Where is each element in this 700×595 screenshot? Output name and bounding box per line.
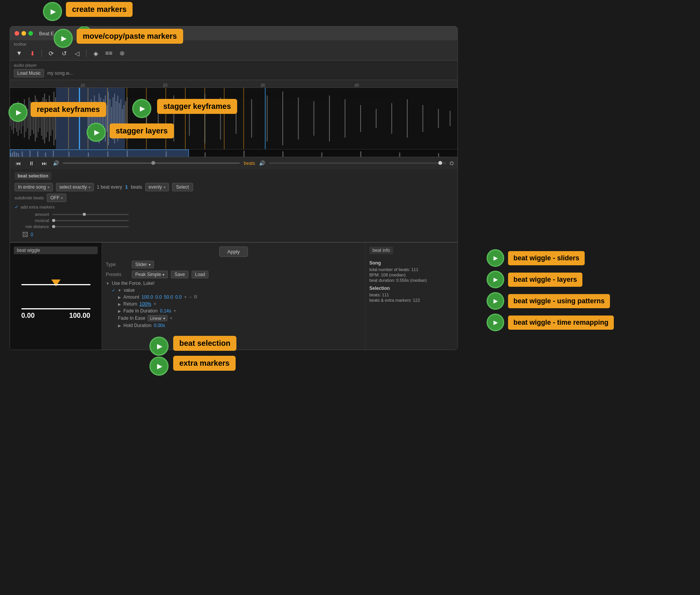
add-markers-check: ✓ — [15, 204, 18, 210]
minimize-btn[interactable] — [21, 31, 26, 36]
wiggle-patterns-play-btn[interactable] — [487, 292, 504, 310]
amount-val-1: 100.0 — [141, 294, 153, 300]
load-preset-btn[interactable]: Load — [192, 271, 209, 278]
wiggle-title: beat wiggle — [14, 247, 98, 254]
toolbar-icon-arrow[interactable]: ▼ — [14, 48, 25, 59]
waveform-main[interactable] — [10, 88, 457, 149]
force-luke-item: ▼ Use the Force, Luke! — [106, 281, 361, 286]
hold-duration-label: Hold Duration — [123, 323, 151, 328]
stagger-layers-play-btn[interactable] — [87, 123, 106, 142]
subdivide-dropdown[interactable]: OFF — [47, 194, 66, 202]
apply-button[interactable]: Apply — [219, 247, 248, 257]
amount-plus[interactable]: + — [184, 294, 187, 300]
skip-fwd-btn[interactable]: ⏭ — [40, 159, 49, 167]
force-label: Use the Force, Luke! — [112, 281, 154, 286]
in-entire-song-dropdown[interactable]: In entire song — [15, 183, 53, 191]
toolbar-icon-grid[interactable]: ❊ — [116, 48, 127, 59]
fade-in-label: Fade In Duration — [123, 308, 157, 314]
svg-rect-36 — [185, 88, 185, 149]
musical-slider[interactable] — [52, 220, 129, 221]
close-btn[interactable] — [15, 31, 19, 36]
fade-in-expand[interactable]: ▶ — [118, 309, 121, 313]
skip-back-btn[interactable]: ⏮ — [14, 159, 23, 167]
fade-in-plus[interactable]: + — [174, 308, 176, 314]
repeat-keyframes-play-btn[interactable] — [8, 103, 28, 122]
presets-label: Presets — [106, 272, 129, 277]
toolbar-icon-diamond[interactable]: ◈ — [90, 48, 101, 59]
svg-rect-74 — [251, 99, 252, 138]
min-distance-thumb — [52, 225, 55, 228]
svg-rect-105 — [243, 151, 244, 157]
value-expand[interactable]: ▼ — [118, 288, 121, 293]
linear-dropdown[interactable]: Linear — [148, 315, 167, 321]
toolbar-icon-rotate[interactable]: ↺ — [59, 48, 69, 59]
beats-volume-icon[interactable]: 🔊 — [259, 160, 265, 166]
amount-label: amount — [22, 212, 49, 217]
fade-in-row: ▶ Fade In Duration 0.14s + — [112, 308, 361, 314]
save-preset-btn[interactable]: Save — [171, 271, 188, 278]
return-plus[interactable]: + — [154, 301, 156, 307]
wiggle-triangle — [51, 279, 61, 286]
mini-waveform[interactable] — [10, 149, 457, 157]
load-music-button[interactable]: Load Music — [14, 69, 44, 77]
amount-slider[interactable] — [52, 214, 129, 215]
wiggle-range-bar — [21, 308, 90, 309]
stagger-keyframes-play-btn[interactable] — [132, 99, 151, 118]
volume-icon[interactable]: 🔊 — [53, 160, 59, 166]
playhead — [79, 88, 80, 149]
add-markers-row: ✓ add extra markers — [15, 204, 453, 210]
evenly-dropdown[interactable]: evenly — [145, 183, 169, 191]
force-expand-arrow[interactable]: ▼ — [106, 281, 110, 286]
beat-selection-play-btn[interactable] — [149, 337, 169, 356]
type-row: Type Slider — [106, 261, 361, 268]
min-distance-slider[interactable] — [52, 226, 129, 227]
presets-dropdown[interactable]: Peak Simple — [132, 271, 168, 278]
toolbar-icon-shield[interactable]: ◁ — [72, 48, 82, 59]
return-expand[interactable]: ▶ — [118, 302, 121, 306]
musical-label: musical — [22, 218, 49, 223]
hold-expand[interactable]: ▶ — [118, 324, 121, 328]
svg-rect-80 — [344, 99, 345, 138]
beat-number: 1 — [125, 184, 128, 190]
toolbar-icon-list[interactable]: ≡≡ — [103, 48, 114, 59]
dice-icon[interactable]: ⚄ — [22, 230, 28, 239]
sel-extra-row: beats & extra markers: 122 — [369, 298, 454, 302]
maximize-btn[interactable] — [28, 31, 33, 36]
wiggle-time-play-btn[interactable] — [487, 314, 504, 331]
select-button[interactable]: Select — [172, 183, 193, 191]
transport-bar: ⏮ ⏸ ⏭ 🔊 beats 🔊 — [10, 157, 457, 169]
amount-label-wiggle: Amount — [123, 294, 139, 300]
wiggle-patterns-tooltip: beat wiggle - using patterns — [508, 294, 610, 308]
type-dropdown[interactable]: Slider — [132, 261, 154, 268]
toolbar-icons: ▼ ⬇ ⟳ ↺ ◁ ◈ ≡≡ ❊ — [14, 48, 454, 59]
beats-slider[interactable] — [269, 163, 446, 164]
toolbar-icon-pen[interactable]: ⬇ — [27, 48, 38, 59]
ease-plus[interactable]: + — [170, 316, 172, 321]
svg-rect-39 — [243, 88, 244, 149]
amount-reset[interactable]: R — [194, 294, 197, 300]
move-copy-paste-play-btn[interactable] — [54, 29, 73, 48]
beat-every-text: 1 beat every — [97, 184, 122, 190]
wiggle-sliders-play-btn[interactable] — [487, 249, 504, 267]
toolbar-icon-copy[interactable]: ⟳ — [46, 48, 56, 59]
audio-load-row: Load Music my song.w... — [14, 69, 454, 77]
svg-rect-38 — [224, 88, 225, 149]
create-markers-play-btn[interactable] — [43, 2, 62, 21]
dice-number: 0 — [31, 232, 33, 237]
total-beats-row: total number of beats: 111 — [369, 267, 454, 272]
extra-markers-play-btn[interactable] — [149, 357, 169, 376]
amount-minus[interactable]: − — [189, 294, 192, 300]
pause-btn[interactable]: ⏸ — [27, 159, 36, 167]
sel-beats-row: beats: 111 — [369, 293, 454, 297]
amount-expand[interactable]: ▶ — [118, 295, 121, 299]
select-exactly-dropdown[interactable]: select exactly — [56, 183, 94, 191]
wiggle-min-val: 0.00 — [21, 312, 35, 320]
wiggle-layers-play-btn[interactable] — [487, 271, 504, 288]
wiggle-sliders-tooltip: beat wiggle - sliders — [508, 251, 585, 265]
ruler-mark-40: 40 — [355, 83, 359, 87]
svg-rect-87 — [450, 111, 451, 126]
repeat-keyframes-tooltip: repeat keyframes — [31, 102, 106, 117]
transport-slider[interactable] — [63, 163, 240, 164]
wiggle-time-tooltip: beat wiggle - time remapping — [508, 316, 614, 330]
beats-text: beats — [131, 184, 142, 190]
